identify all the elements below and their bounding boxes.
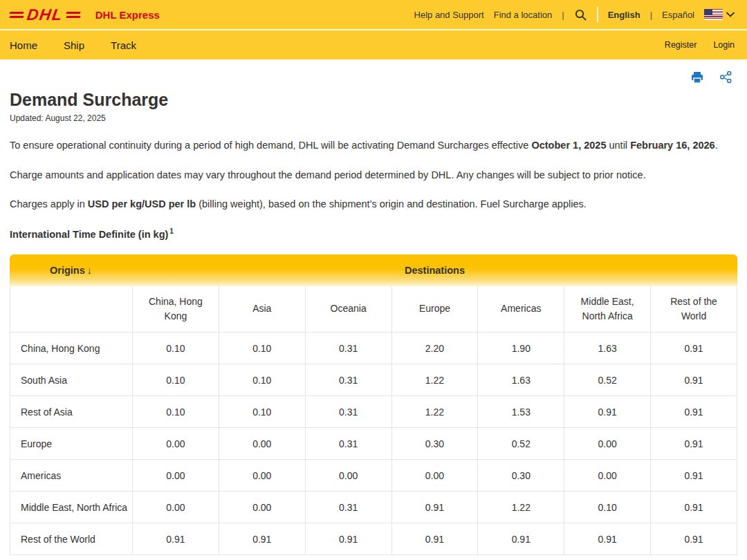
origin-label: Europe <box>10 428 133 460</box>
surcharge-value: 0.00 <box>133 428 219 460</box>
country-selector[interactable] <box>704 9 735 20</box>
col-header-oceania: Oceania <box>305 286 391 333</box>
column-header-row: China, Hong Kong Asia Oceania Europe Ame… <box>10 286 737 333</box>
dhl-logo-lines-right <box>66 12 80 18</box>
surcharge-value: 0.10 <box>133 364 219 396</box>
surcharge-value: 0.91 <box>564 396 651 428</box>
surcharge-value: 0.00 <box>133 460 219 492</box>
surcharge-value: 0.91 <box>391 492 478 523</box>
surcharge-value: 0.31 <box>305 364 391 396</box>
surcharge-value: 0.00 <box>305 460 391 492</box>
surcharge-value: 1.63 <box>564 333 651 364</box>
app-name: DHL Express <box>95 9 160 21</box>
table-row: Rest of Asia 0.10 0.10 0.31 1.22 1.53 0.… <box>10 396 737 428</box>
page-title: Demand Surcharge <box>10 90 737 110</box>
surcharge-value: 0.10 <box>219 333 305 364</box>
brand[interactable]: DHL DHL Express <box>10 6 160 24</box>
nav-item-ship[interactable]: Ship <box>64 39 84 51</box>
divider: | <box>650 10 652 20</box>
surcharge-value: 0.31 <box>305 333 391 364</box>
surcharge-value: 0.31 <box>305 428 391 460</box>
surcharge-value: 1.90 <box>478 333 564 364</box>
print-icon[interactable] <box>690 71 704 84</box>
surcharge-table: Origins↓ Destinations China, Hong Kong A… <box>10 254 737 556</box>
surcharge-value: 0.91 <box>219 523 305 555</box>
surcharge-value: 0.91 <box>305 523 391 555</box>
surcharge-value: 0.91 <box>564 523 651 555</box>
surcharge-value: 1.22 <box>391 396 478 428</box>
surcharge-value: 0.10 <box>133 333 219 364</box>
origin-label: Rest of Asia <box>10 396 133 428</box>
surcharge-value: 0.91 <box>651 460 737 492</box>
surcharge-value: 0.00 <box>219 460 305 492</box>
nav-item-track[interactable]: Track <box>111 39 136 51</box>
table-row: Europe 0.00 0.00 0.31 0.30 0.52 0.00 0.9… <box>10 428 737 460</box>
surcharge-value: 2.20 <box>391 333 478 364</box>
surcharge-value: 1.63 <box>478 364 564 396</box>
surcharge-value: 0.91 <box>651 428 737 460</box>
top-utility-bar: DHL DHL Express Help and Support Find a … <box>0 0 747 30</box>
login-link[interactable]: Login <box>713 40 735 50</box>
surcharge-value: 0.00 <box>564 460 651 492</box>
us-flag-icon <box>704 9 723 20</box>
surcharge-value: 0.10 <box>564 492 651 523</box>
language-english[interactable]: English <box>608 10 640 20</box>
table-row: China, Hong Kong 0.10 0.10 0.31 2.20 1.9… <box>10 333 737 364</box>
surcharge-value: 0.00 <box>391 460 478 492</box>
surcharge-value: 0.52 <box>564 364 651 396</box>
destinations-header: Destinations <box>132 265 737 276</box>
surcharge-value: 1.22 <box>391 364 478 396</box>
surcharge-value: 0.00 <box>133 492 219 523</box>
dhl-logo-lines-left <box>10 12 24 18</box>
utility-nav: Help and Support Find a location | Engli… <box>414 7 735 22</box>
variation-paragraph: Charge amounts and application dates may… <box>10 169 737 183</box>
surcharge-value: 0.30 <box>391 428 478 460</box>
updated-date: Updated: August 22, 2025 <box>10 113 737 123</box>
nav-item-home[interactable]: Home <box>10 39 37 51</box>
page-actions <box>10 59 737 84</box>
surcharge-value: 0.91 <box>651 396 737 428</box>
footnote-marker: 1 <box>169 227 174 235</box>
origins-sort-header[interactable]: Origins↓ <box>10 265 132 276</box>
table-row: Rest of the World 0.91 0.91 0.91 0.91 0.… <box>10 523 737 555</box>
search-icon[interactable] <box>574 8 587 21</box>
surcharge-value: 0.10 <box>219 364 305 396</box>
dhl-logo: DHL <box>10 6 80 24</box>
origin-label: China, Hong Kong <box>10 333 133 364</box>
divider-light <box>597 7 598 22</box>
surcharge-value: 0.91 <box>651 364 737 396</box>
surcharge-value: 0.91 <box>651 492 737 523</box>
surcharge-value: 0.10 <box>133 396 219 428</box>
origin-label: Middle East, North Africa <box>10 492 133 523</box>
surcharge-value: 1.53 <box>478 396 564 428</box>
surcharge-value: 1.22 <box>478 492 564 523</box>
surcharge-value: 0.10 <box>219 396 305 428</box>
main-nav-bar: Home Ship Track Register Login <box>0 30 747 59</box>
origin-label: South Asia <box>10 364 133 396</box>
table-row: South Asia 0.10 0.10 0.31 1.22 1.63 0.52… <box>10 364 737 396</box>
col-header-asia: Asia <box>219 286 305 333</box>
find-a-location-link[interactable]: Find a location <box>494 10 553 20</box>
col-header-americas: Americas <box>478 286 564 333</box>
dhl-logo-text: DHL <box>26 6 64 24</box>
col-header-china-hong-kong: China, Hong Kong <box>133 286 219 333</box>
table-band: Origins↓ Destinations <box>10 254 737 286</box>
surcharge-value: 0.00 <box>219 428 305 460</box>
col-header-europe: Europe <box>391 286 478 333</box>
origin-label: Americas <box>10 460 133 492</box>
chevron-down-icon <box>726 12 735 17</box>
help-and-support-link[interactable]: Help and Support <box>414 10 484 20</box>
col-header-middle-east-north-africa: Middle East, North Africa <box>564 286 651 333</box>
table-heading: International Time Definite (in kg)1 <box>10 227 737 240</box>
language-espanol[interactable]: Español <box>662 10 694 20</box>
surcharge-value: 0.91 <box>651 523 737 555</box>
surcharge-value: 0.52 <box>478 428 564 460</box>
surcharge-value: 0.91 <box>478 523 564 555</box>
table-row: Middle East, North Africa 0.00 0.00 0.31… <box>10 492 737 523</box>
page-content: Demand Surcharge Updated: August 22, 202… <box>0 59 747 555</box>
sort-down-arrow: ↓ <box>87 265 92 276</box>
divider: | <box>562 10 564 20</box>
share-icon[interactable] <box>719 71 733 84</box>
surcharge-value: 0.91 <box>133 523 219 555</box>
register-link[interactable]: Register <box>665 40 697 50</box>
